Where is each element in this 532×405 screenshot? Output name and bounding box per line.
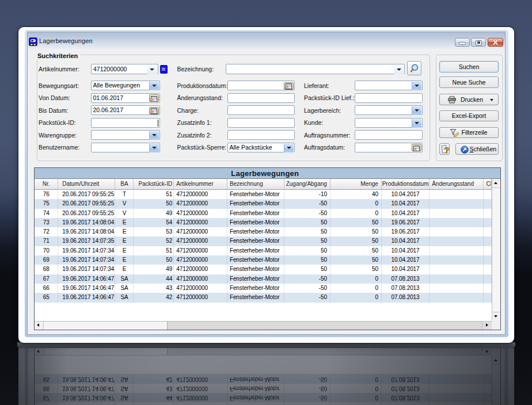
svg-text:?: ? bbox=[444, 145, 449, 155]
